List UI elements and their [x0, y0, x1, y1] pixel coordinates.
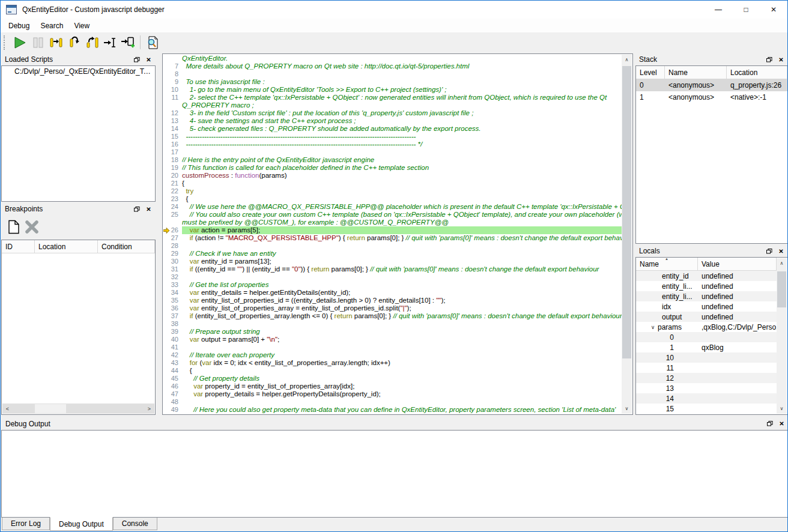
- code-line[interactable]: 29 // Check if we have an entity: [163, 250, 622, 258]
- scroll-down-icon[interactable]: ∨: [777, 404, 787, 414]
- line-number[interactable]: 42: [163, 351, 182, 359]
- line-number[interactable]: 28: [163, 242, 182, 250]
- code-line[interactable]: 40 var output = params[0] + "\n";: [163, 336, 622, 343]
- scroll-up-icon[interactable]: ∧: [622, 55, 632, 65]
- code-line[interactable]: 8: [163, 70, 622, 78]
- code-line[interactable]: 46 var property_id = entity_list_of_prop…: [163, 382, 622, 390]
- line-number[interactable]: [163, 219, 182, 226]
- code-line[interactable]: 42 // Iterate over each property: [163, 351, 622, 359]
- menu-debug[interactable]: Debug: [3, 20, 35, 32]
- locals-vscrollbar[interactable]: ∧ ∨: [777, 258, 787, 414]
- line-number[interactable]: [163, 101, 182, 109]
- tab-console[interactable]: Console: [113, 518, 157, 530]
- line-number[interactable]: 31: [163, 265, 182, 273]
- locals-row[interactable]: 14: [636, 393, 777, 404]
- column-header-name[interactable]: Name▲: [636, 258, 698, 270]
- line-number[interactable]: 29: [163, 250, 182, 258]
- line-number[interactable]: 14: [163, 125, 182, 133]
- line-number[interactable]: 32: [163, 273, 182, 281]
- scroll-up-icon[interactable]: ∧: [777, 258, 787, 268]
- scrollbar-thumb[interactable]: [35, 404, 66, 413]
- line-number[interactable]: 10: [163, 86, 182, 94]
- code-line[interactable]: 22 try: [163, 187, 622, 195]
- close-button[interactable]: ✕: [760, 1, 787, 19]
- code-line[interactable]: 9 To use this javascript file :: [163, 78, 622, 86]
- column-header-id[interactable]: ID: [2, 240, 35, 253]
- line-number[interactable]: 9: [163, 78, 182, 86]
- line-number[interactable]: 39: [163, 328, 182, 336]
- code-line[interactable]: 45 // Get property details: [163, 375, 622, 382]
- float-icon[interactable]: [765, 419, 775, 428]
- code-line[interactable]: 13 4- save the settings and start the C+…: [163, 117, 622, 125]
- code-line[interactable]: 24 // We use here the @@MACRO_QX_PERSIST…: [163, 203, 622, 211]
- code-line[interactable]: 25 // You could also create your own cus…: [163, 211, 622, 219]
- stack-row[interactable]: 1<anonymous><native>:-1: [636, 91, 787, 103]
- line-number[interactable]: 43: [163, 359, 182, 367]
- code-line[interactable]: must be prefixed by @@CUSTOM_), for exam…: [163, 219, 622, 226]
- line-number[interactable]: 34: [163, 289, 182, 297]
- loaded-scripts-list[interactable]: C:/Dvlp/_Perso/_QxEE/QxEntityEditor_Tes.…: [1, 65, 156, 202]
- line-number[interactable]: 11: [163, 94, 182, 101]
- locals-row[interactable]: idxundefined: [636, 301, 777, 312]
- line-number[interactable]: 16: [163, 141, 182, 148]
- line-number[interactable]: 35: [163, 297, 182, 304]
- locals-row[interactable]: ∨params,qxBlog,C:/Dvlp/_Perso...: [636, 322, 777, 332]
- line-number[interactable]: 48: [163, 398, 182, 406]
- line-number[interactable]: 49: [163, 406, 182, 414]
- locals-row[interactable]: outputundefined: [636, 312, 777, 322]
- line-number[interactable]: 21: [163, 180, 182, 187]
- chevron-down-icon[interactable]: ∨: [648, 324, 658, 330]
- float-icon[interactable]: [764, 247, 774, 256]
- line-number[interactable]: 46: [163, 382, 182, 390]
- code-line[interactable]: 33 // Get the list of properties: [163, 281, 622, 289]
- scroll-down-icon[interactable]: ∨: [622, 404, 632, 414]
- scroll-right-icon[interactable]: >: [144, 404, 154, 414]
- locals-row[interactable]: 11: [636, 363, 777, 373]
- code-line[interactable]: 37 if (entity_list_of_properties_array.l…: [163, 312, 622, 320]
- line-number[interactable]: 45: [163, 375, 182, 382]
- locals-table[interactable]: Name▲Value entity_idundefinedentity_li..…: [635, 257, 788, 415]
- step-out-button[interactable]: [83, 34, 101, 50]
- scroll-left-icon[interactable]: <: [2, 404, 13, 414]
- run-to-cursor-button[interactable]: [101, 34, 119, 50]
- line-number[interactable]: 26: [163, 226, 182, 234]
- line-number[interactable]: 24: [163, 203, 182, 211]
- code-line[interactable]: Q_PROPERTY macro ;: [163, 101, 622, 109]
- continue-button[interactable]: [11, 34, 29, 50]
- step-into-button[interactable]: [47, 34, 65, 50]
- locals-row[interactable]: 15: [636, 404, 777, 414]
- column-header-location[interactable]: Location: [727, 66, 787, 79]
- line-number[interactable]: 7: [163, 62, 182, 70]
- minimize-button[interactable]: —: [705, 1, 732, 19]
- code-line[interactable]: 39 // Prepare output string: [163, 328, 622, 336]
- scrollbar-thumb[interactable]: [622, 66, 631, 358]
- code-line[interactable]: 11 2- select the C++ template 'qx::IxPer…: [163, 94, 622, 101]
- locals-row[interactable]: 13: [636, 383, 777, 393]
- code-line[interactable]: 47 var property_details = helper.getProp…: [163, 390, 622, 398]
- line-number[interactable]: 8: [163, 70, 182, 78]
- code-line[interactable]: 31 if ((entity_id == "") || (entity_id =…: [163, 265, 622, 273]
- column-header-value[interactable]: Value: [698, 258, 777, 270]
- locals-row[interactable]: entity_idundefined: [636, 271, 777, 281]
- code-line[interactable]: 28: [163, 242, 622, 250]
- code-line[interactable]: 26 var action = params[5];: [163, 226, 622, 234]
- line-number[interactable]: 38: [163, 320, 182, 328]
- code-line[interactable]: 35 var entity_list_of_properties_id = ((…: [163, 297, 622, 304]
- line-number[interactable]: [163, 55, 182, 62]
- code-line[interactable]: 50 // This is a great way to customize y…: [163, 414, 622, 415]
- code-line[interactable]: 30 var entity_id = params[13];: [163, 258, 622, 265]
- code-line[interactable]: 17: [163, 148, 622, 156]
- code-line[interactable]: 44 {: [163, 367, 622, 375]
- tab-error-log[interactable]: Error Log: [2, 518, 50, 530]
- step-over-button[interactable]: [65, 34, 83, 50]
- code-line[interactable]: 19// This function is called for each pl…: [163, 164, 622, 172]
- line-number[interactable]: 36: [163, 304, 182, 312]
- menu-search[interactable]: Search: [35, 20, 68, 32]
- code-line[interactable]: 23 {: [163, 195, 622, 203]
- breakpoints-hscrollbar[interactable]: < >: [2, 404, 154, 414]
- close-icon[interactable]: ✕: [144, 205, 154, 214]
- toolbar-drag-handle[interactable]: [4, 35, 8, 50]
- line-number[interactable]: 27: [163, 234, 182, 242]
- code-line[interactable]: 36 var entity_list_of_properties_array =…: [163, 304, 622, 312]
- locals-row[interactable]: 10: [636, 352, 777, 363]
